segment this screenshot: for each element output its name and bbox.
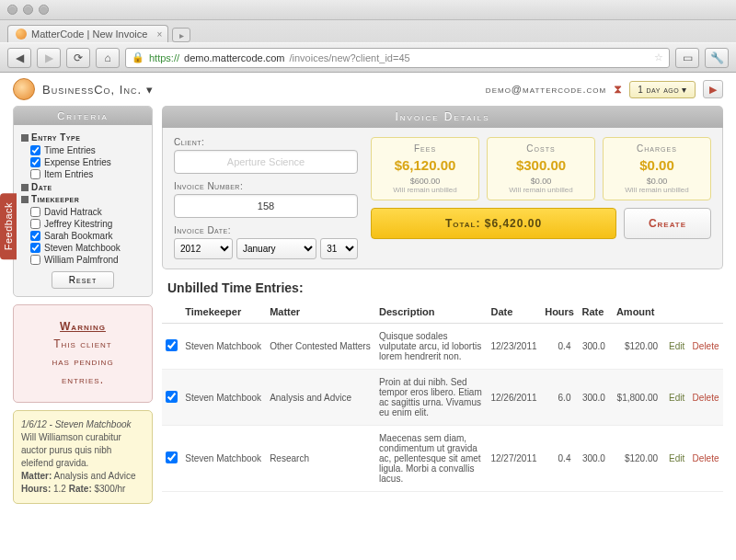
cell-date: 12/26/2011 [487,370,541,426]
delete-link[interactable]: Delete [693,453,719,463]
invoice-number-input[interactable]: 158 [174,194,358,218]
summary-card: Costs$300.00$0.00Will remain unbilled [487,137,595,200]
timekeeper-item[interactable]: Jeffrey Kitestring [21,218,144,230]
invoice-details-body: Client: Aperture Science Invoice Number:… [162,128,723,269]
row-checkbox[interactable] [166,339,178,351]
browser-tab[interactable]: MatterCode | New Invoice × [7,25,168,42]
reset-button[interactable]: Reset [52,271,115,289]
note-body: Will Williamson curabitur auctor purus q… [21,432,121,468]
favicon-icon [16,29,27,40]
note-header: 1/6/12 - Steven Matchbook [21,419,132,429]
delete-link[interactable]: Delete [693,393,719,403]
row-checkbox[interactable] [166,391,178,403]
wrench-button[interactable]: 🔧 [705,48,729,68]
entry-type-checkbox[interactable] [30,145,40,155]
timekeeper-toggle[interactable]: Timekeeper [21,194,144,204]
cell-amount: $120.00 [613,324,665,370]
entry-type-checkbox[interactable] [30,169,40,179]
entry-type-toggle[interactable]: Entry Type [21,132,144,143]
table-header: Rate [578,301,612,324]
entry-type-label: Time Entries [44,145,96,155]
timekeeper-checkbox[interactable] [30,243,40,253]
date-toggle[interactable]: Date [21,182,144,192]
table-header: Amount [613,301,665,324]
cell-description: Maecenas sem diam, condimentum ut gravid… [375,426,487,492]
timekeeper-label: David Hatrack [44,207,102,217]
traffic-lights[interactable] [7,5,49,15]
new-tab-button[interactable]: ▸ [172,28,190,42]
close-tab-icon[interactable]: × [157,29,163,40]
day-select[interactable]: 31 [320,238,358,259]
timekeeper-item[interactable]: Sarah Bookmark [21,230,144,242]
timekeeper-item[interactable]: William Palmfrond [21,254,144,266]
table-header: Hours [541,301,578,324]
cell-hours: 6.0 [541,370,578,426]
cell-description: Quisque sodales vulputate arcu, id lobor… [375,324,487,370]
table-row: Steven MatchbookResearchMaecenas sem dia… [162,426,723,492]
cell-date: 12/23/2011 [487,324,541,370]
company-selector[interactable]: BusinessCo, Inc. ▾ [42,83,154,97]
row-checkbox[interactable] [166,451,178,463]
user-email[interactable]: demo@mattercode.com [486,84,606,95]
page-button[interactable]: ▭ [675,48,699,68]
timekeeper-label: Steven Matchbook [44,243,121,253]
feedback-tab[interactable]: Feedback [0,193,17,259]
invoice-details-header: Invoice Details [162,106,723,128]
total-box: Total: $6,420.00 [371,208,616,239]
create-button[interactable]: Create [624,208,711,239]
home-button[interactable]: ⌂ [96,48,120,68]
hourglass-icon[interactable]: ⧗ [614,82,622,97]
timekeeper-checkbox[interactable] [30,255,40,265]
edit-link[interactable]: Edit [669,393,684,403]
warning-box: Warning This client has pending entries. [13,304,153,403]
address-bar[interactable]: 🔒 https://demo.mattercode.com/invoices/n… [125,48,670,68]
cell-hours: 0.4 [541,426,578,492]
note-box: 1/6/12 - Steven Matchbook Will Williamso… [13,410,153,504]
cell-timekeeper: Steven Matchbook [181,426,266,492]
year-select[interactable]: 2012 [174,238,233,259]
entry-type-checkbox[interactable] [30,157,40,167]
criteria-panel: Criteria Entry Type Time EntriesExpense … [13,106,153,297]
cell-rate: 300.0 [578,370,612,426]
cell-description: Proin at dui nibh. Sed tempor eros liber… [375,370,487,426]
cell-rate: 300.0 [578,426,612,492]
timekeeper-label: Jeffrey Kitestring [44,219,112,229]
url-domain: demo.mattercode.com [184,52,284,63]
table-header [665,301,689,324]
logo-icon [13,78,35,100]
month-select[interactable]: January [236,238,316,259]
cell-amount: $120.00 [613,426,665,492]
url-scheme: https:// [149,52,179,63]
edit-link[interactable]: Edit [669,453,684,463]
timekeeper-item[interactable]: David Hatrack [21,206,144,218]
time-range-button[interactable]: 1 day ago ▾ [629,81,696,98]
table-header: Matter [266,301,375,324]
table-row: Steven MatchbookOther Contested MattersQ… [162,324,723,370]
criteria-header: Criteria [14,107,152,125]
reload-button[interactable]: ⟳ [66,48,90,68]
play-button[interactable]: ▶ [703,80,723,98]
entry-type-item[interactable]: Item Entries [21,168,144,180]
entry-type-label: Expense Entries [44,157,111,167]
lock-icon: 🔒 [132,51,144,63]
timekeeper-item[interactable]: Steven Matchbook [21,242,144,254]
delete-link[interactable]: Delete [693,341,719,351]
timekeeper-checkbox[interactable] [30,219,40,229]
unbilled-title: Unbilled Time Entries: [167,280,723,295]
bookmark-star-icon[interactable]: ☆ [654,51,663,63]
unbilled-section: Unbilled Time Entries: TimekeeperMatterD… [162,280,723,492]
entry-type-item[interactable]: Expense Entries [21,156,144,168]
sidebar: Criteria Entry Type Time EntriesExpense … [13,106,153,504]
timekeeper-checkbox[interactable] [30,231,40,241]
client-input[interactable]: Aperture Science [174,150,358,174]
entry-type-label: Item Entries [44,169,93,179]
app-header: BusinessCo, Inc. ▾ demo@mattercode.com ⧗… [13,78,723,100]
table-header: Date [487,301,541,324]
summary-card: Fees$6,120.00$600.00Will remain unbilled [371,137,479,200]
timekeeper-checkbox[interactable] [30,207,40,217]
entries-table: TimekeeperMatterDescriptionDateHoursRate… [162,301,723,492]
back-button[interactable]: ◀ [7,48,31,68]
forward-button[interactable]: ▶ [37,48,61,68]
entry-type-item[interactable]: Time Entries [21,144,144,156]
edit-link[interactable]: Edit [669,341,684,351]
